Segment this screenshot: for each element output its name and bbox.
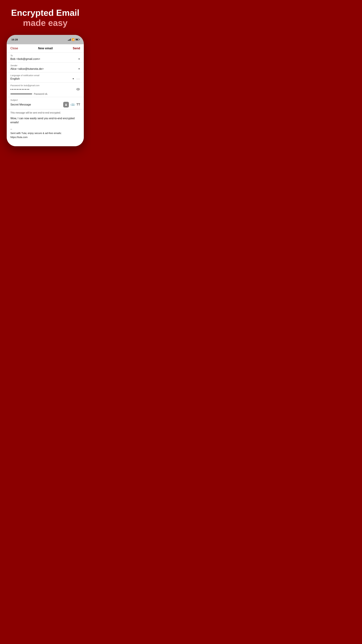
signature-link[interactable]: https://tuta.com: [10, 135, 80, 139]
sender-label: Sender: [10, 64, 80, 67]
password-value[interactable]: ●●●●●●●●●●●●: [10, 88, 30, 90]
email-toolbar: Close New email Send: [7, 44, 84, 53]
language-more-icon[interactable]: ···: [77, 77, 80, 81]
password-strength-row: Password ok.: [10, 92, 80, 95]
password-toggle-icon[interactable]: [76, 87, 80, 91]
strength-text: Password ok.: [34, 92, 48, 95]
svg-point-1: [78, 89, 79, 90]
phone-frame: 16:28 📶 Close New email Send To: [7, 35, 84, 146]
battery-icon: [75, 38, 79, 40]
signature-text: Sent with Tuta; enjoy secure & ad-free e…: [10, 131, 80, 135]
text-size-icon[interactable]: TT: [76, 103, 80, 106]
email-body-text[interactable]: Wow, I can now easily send you end-to-en…: [10, 116, 80, 124]
send-button[interactable]: Send: [73, 46, 80, 50]
encrypt-notice: This message will be sent end-to-end enc…: [10, 111, 80, 114]
svg-rect-2: [65, 104, 67, 106]
strength-bar: [10, 93, 32, 94]
signature-dash: --: [10, 127, 80, 131]
hero-title-line1: Encrypted Email: [11, 8, 79, 18]
to-value[interactable]: Bob <bob@gmail.com>: [10, 57, 40, 61]
wifi-icon: 📶: [72, 38, 75, 41]
password-field: Password for bob@gmail.com ●●●●●●●●●●●● …: [7, 82, 84, 97]
password-label: Password for bob@gmail.com: [10, 84, 80, 87]
language-label: Language of notification email: [10, 74, 80, 77]
encryption-lock-button[interactable]: [63, 102, 69, 108]
phone-notch: [34, 35, 56, 40]
to-label: To: [10, 54, 80, 57]
language-dropdown-icon[interactable]: ▼: [72, 78, 74, 80]
language-field: Language of notification email English ▼…: [7, 72, 84, 82]
status-time: 16:28: [11, 38, 18, 41]
signal-icon: [68, 38, 71, 41]
subject-value[interactable]: Secret Message: [10, 103, 31, 106]
status-icons: 📶: [68, 38, 79, 41]
subject-field: Subject Secret Message 📎 TT: [7, 97, 84, 109]
status-bar: 16:28 📶: [7, 35, 84, 44]
to-field: To Bob <bob@gmail.com> ▼: [7, 53, 84, 62]
email-signature: -- Sent with Tuta; enjoy secure & ad-fre…: [10, 127, 80, 139]
subject-icons: 📎 TT: [63, 102, 80, 108]
language-value[interactable]: English: [10, 77, 20, 80]
sender-field: Sender Alice <alice@tutanota.de> ▼: [7, 62, 84, 72]
attach-icon[interactable]: 📎: [70, 102, 76, 108]
compose-title: New email: [38, 46, 53, 50]
sender-value[interactable]: Alice <alice@tutanota.de>: [10, 67, 44, 70]
close-button[interactable]: Close: [10, 46, 18, 50]
hero-title-line2: made easy: [23, 18, 67, 28]
email-body: This message will be sent end-to-end enc…: [7, 109, 84, 141]
subject-label: Subject: [10, 99, 80, 101]
email-compose-area: Close New email Send To Bob <bob@gmail.c…: [7, 44, 84, 146]
to-dropdown-icon[interactable]: ▼: [78, 58, 80, 60]
sender-dropdown-icon[interactable]: ▼: [78, 68, 80, 70]
